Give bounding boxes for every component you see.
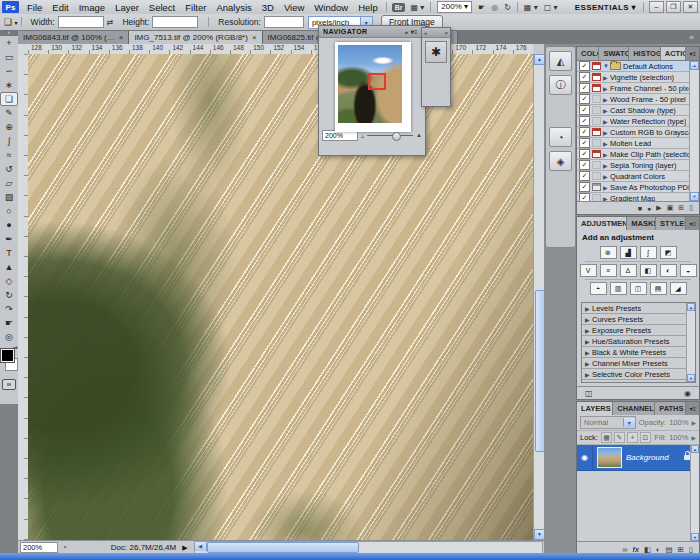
preset-row-3[interactable]: ▶Hue/Saturation Presets [582,336,695,347]
dialog-toggle[interactable] [592,161,601,169]
black-white-icon[interactable]: ◧ [640,264,657,277]
triangle-right-icon[interactable]: ▶ [603,173,610,180]
panel2-tab-masks[interactable]: MASKS [627,217,656,230]
triangle-right-icon[interactable]: ▶ [603,140,610,147]
document-tab-0[interactable]: IMG06843.tif @ 100% (…× [18,31,129,44]
triangle-right-icon[interactable]: ▶ [603,184,610,191]
navigator-view-box[interactable] [368,73,386,90]
scroll-down-icon[interactable]: ▼ [691,533,699,541]
triangle-right-icon[interactable]: ▶ [603,85,610,92]
canvas-image[interactable] [28,54,533,540]
blend-mode-select[interactable]: Normal ▾ [580,416,636,429]
panel1-tab-swatches[interactable]: SWATCHES [599,47,629,60]
presets-scrollbar[interactable]: ▲▼ [686,303,695,382]
view-extras-icon[interactable]: ▦ ▾ [407,3,427,12]
close-icon[interactable]: × [119,33,124,42]
record-icon[interactable]: ● [647,205,651,212]
include-checkbox[interactable]: ✓ [579,105,590,115]
stop-icon[interactable]: ■ [638,205,642,212]
color-panel-icon[interactable]: ◔ [549,127,572,147]
triangle-right-icon[interactable]: ▶ [585,327,592,334]
panel1-tab-actions[interactable]: ACTIONS [661,47,687,60]
dialog-toggle[interactable] [592,117,601,125]
channel-mixer-icon[interactable]: ◒ [680,264,697,277]
quick-selection-tool[interactable]: ∗ [0,78,18,92]
resolution-field[interactable] [264,16,304,28]
dialog-toggle[interactable] [592,194,601,201]
minimize-button[interactable]: – [649,1,664,13]
arrange-documents-icon[interactable]: ▦ ▾ [521,3,541,12]
vibrance-icon[interactable]: V [580,264,597,277]
document-tab-1[interactable]: IMG_7513.tif @ 200% (RGB/8*)× [129,31,262,44]
include-checkbox[interactable]: ✓ [579,72,590,82]
dialog-toggle[interactable] [592,95,601,103]
foreground-color-swatch[interactable] [1,349,14,362]
dialog-toggle[interactable] [592,139,601,147]
include-checkbox[interactable]: ✓ [579,182,590,192]
dialog-toggle[interactable] [592,183,601,191]
scroll-up-icon[interactable]: ▲ [687,303,695,311]
pen-tool[interactable]: ✒ [0,232,18,246]
panel-menu-icon[interactable]: ▾≡ [686,402,699,415]
crop-tool-options-icon[interactable]: ❏ ▾ [4,17,18,27]
action-row-2[interactable]: ✓▶Frame Channel - 50 pixel [577,83,699,94]
scroll-left-icon[interactable]: ◀ [195,542,207,551]
zoom-in-icon[interactable]: ▲ [416,132,422,138]
dialog-toggle[interactable] [592,106,601,114]
gradient-tool[interactable]: ▨ [0,190,18,204]
fill-value[interactable]: 100% [669,433,688,442]
panel-menu-icon[interactable]: ▾≡ [411,28,418,35]
action-row-5[interactable]: ✓▶Water Reflection (type) [577,116,699,127]
menu-layer[interactable]: Layer [110,2,144,13]
opacity-value[interactable]: 100% [669,418,688,427]
lock-pixels-icon[interactable]: ✎ [614,432,625,443]
type-tool[interactable]: T [0,246,18,260]
lasso-tool[interactable]: ∽ [0,64,18,78]
action-row-10[interactable]: ✓▶Quadrant Colors [577,171,699,182]
menu-file[interactable]: File [22,2,47,13]
close-icon[interactable]: × [252,33,257,42]
layers-scrollbar[interactable]: ▲ ▼ [690,445,699,541]
triangle-right-icon[interactable]: ▶ [603,107,610,114]
threshold-icon[interactable]: ◫ [630,282,647,295]
navigator-zoom-slider[interactable] [367,131,413,139]
panel-menu-icon[interactable]: ▾≡ [686,47,699,60]
3d-orbit-tool[interactable]: ↷ [0,302,18,316]
restore-button[interactable]: ❐ [666,1,681,13]
history-brush-tool[interactable]: ↺ [0,162,18,176]
zoom-slider-thumb[interactable] [392,132,401,141]
switch-panel-icon[interactable]: ◉ [684,389,691,398]
menu-filter[interactable]: Filter [180,2,211,13]
dialog-toggle[interactable] [592,84,601,92]
scroll-down-icon[interactable]: ▼ [690,192,699,201]
preset-row-4[interactable]: ▶Black & White Presets [582,347,695,358]
lock-position-icon[interactable]: + [627,432,638,443]
zoom-out-icon[interactable]: ▵ [361,132,364,139]
dodge-tool[interactable]: ● [0,218,18,232]
menu-edit[interactable]: Edit [47,2,73,13]
rotate-view-compass-icon[interactable]: ✱ [425,41,447,63]
collapse-icon[interactable]: « [424,30,427,36]
triangle-right-icon[interactable]: ▶ [603,96,610,103]
action-row-4[interactable]: ✓▶Cast Shadow (type) [577,105,699,116]
lock-all-icon[interactable]: ⊡ [640,432,651,443]
action-row-11[interactable]: ✓▶Save As Photoshop PDF [577,182,699,193]
panel2-tab-adjustments[interactable]: ADJUSTMENTS [577,217,627,230]
status-zoom-field[interactable]: 200% [20,542,58,553]
menu-3d[interactable]: 3D [257,2,279,13]
photoshop-logo[interactable]: Ps [2,1,19,13]
fill-slider-icon[interactable]: ▶ [691,434,696,441]
panel1-tab-color[interactable]: COLOR [577,47,599,60]
layer-name[interactable]: Background [626,453,684,462]
triangle-right-icon[interactable]: ▶ [585,349,592,356]
include-checkbox[interactable]: ✓ [579,160,590,170]
brightness-contrast-icon[interactable]: ⊛ [600,246,617,259]
opacity-slider-icon[interactable]: ▶ [691,419,696,426]
panel3-tab-paths[interactable]: PATHS [655,402,686,415]
move-tool[interactable]: + [0,36,18,50]
dialog-toggle[interactable] [592,62,601,70]
layer-row-background[interactable]: ◉ Background [577,445,699,471]
include-checkbox[interactable]: ✓ [579,138,590,148]
action-row-7[interactable]: ✓▶Molten Lead [577,138,699,149]
gradient-map-icon[interactable]: ▤ [650,282,667,295]
